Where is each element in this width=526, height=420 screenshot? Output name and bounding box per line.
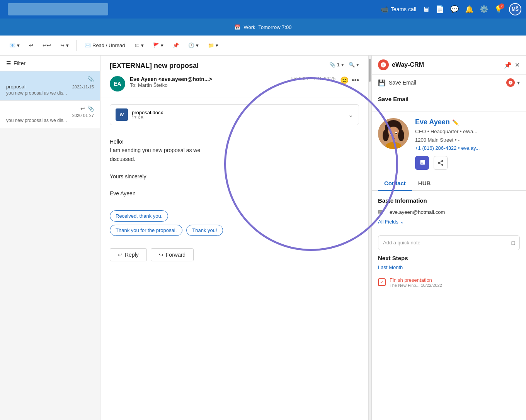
task-check-icon-1: ✓	[380, 279, 384, 285]
filter-bar: ☰ Filter	[0, 56, 100, 71]
flag-icon: 🚩	[153, 42, 159, 48]
lightbulb-icon[interactable]: 💡 2	[494, 5, 503, 14]
attachment-expand-icon[interactable]: ⌄	[348, 111, 353, 119]
email-meta: EA Eve Ayeen <eve.ayeen@hotn...> To: Mar…	[110, 76, 359, 91]
quick-note-placeholder: Add a quick note	[383, 240, 420, 246]
toolbar: 📧 ▾ ↩ ↩↩ ↪ ▾ ✉️ Read / Unread 🏷 ▾ 🚩 ▾ 📌 …	[0, 36, 526, 56]
role-text: CEO	[415, 129, 426, 134]
email-meta-info: Eve Ayeen <eve.ayeen@hotn...> To: Martin…	[130, 76, 285, 88]
contact-photo	[378, 118, 409, 149]
close-panel-icon[interactable]: ✕	[515, 61, 520, 69]
share-icon[interactable]	[434, 156, 448, 170]
calendar-work-label: Work	[243, 24, 255, 30]
settings-icon[interactable]: ⚙️	[480, 5, 488, 14]
teams-icon[interactable]	[415, 156, 429, 170]
email-preview-1: you new proposal as we dis...	[6, 90, 94, 96]
zoom-icon[interactable]: 🔍	[349, 62, 355, 68]
next-steps-title: Next Steps	[378, 255, 520, 261]
email-date-1: 2022-11-15	[72, 85, 94, 89]
undo-icon: ↩	[29, 42, 33, 48]
teams-call-button[interactable]: 📹 Teams call	[381, 6, 416, 13]
tab-hub[interactable]: HUB	[412, 176, 437, 191]
tab-contact[interactable]: Contact	[378, 176, 412, 191]
zoom-dropdown[interactable]: ▾	[356, 62, 359, 68]
bell-icon[interactable]: 🔔	[465, 5, 473, 14]
flag-button[interactable]: 🚩 ▾	[150, 41, 167, 50]
more-options-icon[interactable]: •••	[352, 76, 359, 85]
top-bar: 📹 Teams call 🖥 📄 💬 🔔 ⚙️ 💡 2 MŠ	[0, 0, 526, 19]
svg-point-4	[398, 130, 404, 141]
redo-button[interactable]: ↪ ▾	[57, 41, 72, 50]
redo-dropdown-icon: ▾	[66, 42, 69, 48]
save-email-bar: 💾 Save Email ▾	[372, 75, 526, 91]
quick-reply-2[interactable]: Thank you for the proposal.	[110, 225, 182, 236]
email-header: [EXTERNAL] new proposal 📎 1 ▾ 🔍 ▾ EA Eve…	[100, 56, 368, 98]
email-to: To: Martin Štefko	[130, 82, 285, 88]
read-unread-label: Read / Unread	[92, 42, 125, 48]
reply-button[interactable]: ↩ Reply	[110, 248, 147, 261]
contact-phone-detail: +1 (816) 286-4322 • eve.ay...	[415, 144, 520, 152]
notification-badge: 2	[499, 3, 504, 9]
eway-content: Save Email	[372, 91, 526, 420]
clock-dropdown-icon: ▾	[196, 42, 199, 48]
email-list-item-1[interactable]: 📎 proposal 2022-11-15 you new proposal a…	[0, 71, 100, 101]
move-dropdown-icon: ▾	[216, 42, 218, 48]
task-item-1[interactable]: ✓ Finish presentation The New Finb... 10…	[378, 274, 520, 291]
contact-card: Eve Ayeen ✏️ CEO • Headquarter • eWa... …	[372, 112, 526, 176]
email-content: [EXTERNAL] new proposal 📎 1 ▾ 🔍 ▾ EA Eve…	[100, 56, 368, 420]
emoji-icon[interactable]: 🙂	[340, 76, 349, 85]
new-email-button[interactable]: 📧 ▾	[6, 41, 23, 50]
svg-point-10	[395, 133, 397, 134]
save-dropdown-icon[interactable]: ▾	[517, 80, 520, 86]
address-text: 1200 Main Street	[415, 137, 453, 143]
user-avatar[interactable]: MŠ	[509, 3, 521, 15]
word-icon[interactable]: 📄	[436, 5, 444, 14]
scroll-thumb[interactable]	[369, 59, 371, 82]
attachment-dropdown[interactable]: ▾	[341, 62, 344, 68]
email-title-1: proposal	[6, 84, 26, 90]
attachment-bar[interactable]: W proposal.docx 17 KB ⌄	[110, 104, 359, 125]
clock-icon: 🕐	[188, 42, 194, 48]
divider1	[77, 40, 77, 51]
monitor-icon[interactable]: 🖥	[422, 5, 429, 14]
edit-contact-icon[interactable]: ✏️	[452, 119, 459, 125]
tag-button[interactable]: 🏷 ▾	[131, 41, 147, 50]
read-unread-button[interactable]: ✉️ Read / Unread	[82, 41, 128, 50]
task-checkbox-1[interactable]: ✓	[378, 278, 386, 286]
all-fields-label: All Fields	[378, 219, 398, 225]
clock-button[interactable]: 🕐 ▾	[185, 41, 202, 50]
move-button[interactable]: 📁 ▾	[205, 41, 221, 50]
tag-dropdown-icon: ▾	[141, 42, 144, 48]
email-date-2: 2020-01-27	[72, 113, 94, 118]
email-info-row: ✉ eve.ayeen@hotmail.com	[378, 208, 520, 216]
sender-avatar: EA	[110, 76, 125, 91]
quick-reply-1[interactable]: Received, thank you.	[110, 210, 168, 222]
forward-label: Forward	[166, 252, 186, 258]
sender-name: Eve Ayeen <eve.ayeen@hotn...>	[130, 76, 285, 82]
quick-note-input[interactable]: Add a quick note □	[378, 235, 520, 250]
attachment-info: W proposal.docx 17 KB	[116, 108, 163, 121]
teams-call-label: Teams call	[391, 6, 416, 12]
save-email-label: Save Email	[389, 80, 503, 86]
filter-label: Filter	[14, 60, 26, 66]
all-fields-button[interactable]: All Fields ⌄	[378, 219, 520, 225]
save-email-section: Save Email	[372, 91, 526, 112]
eway-header: eWay-CRM 📌 ✕	[372, 56, 526, 75]
forward-button[interactable]: ↪ Forward	[151, 248, 194, 261]
undo-button[interactable]: ↩	[26, 41, 36, 50]
email-list-item-2[interactable]: ↩ 📎 2020-01-27 you new proposal as we di…	[0, 101, 100, 128]
word-file-icon: W	[116, 108, 128, 121]
tag-icon: 🏷	[134, 42, 140, 48]
pin-window-icon[interactable]: 📌	[504, 61, 512, 69]
eway-tabs: Contact HUB	[372, 176, 526, 191]
attachment-filename: proposal.docx	[132, 110, 163, 115]
undo-all-button[interactable]: ↩↩	[39, 41, 54, 50]
search-bar[interactable]	[8, 3, 108, 15]
quick-reply-row: Thank you for the proposal. Thank you!	[110, 225, 359, 236]
body-line3: discussed.	[110, 155, 359, 163]
reply-icon-2: ↩	[80, 105, 85, 112]
quick-reply-3[interactable]: Thank you!	[186, 225, 223, 236]
pin-button[interactable]: 📌	[170, 41, 182, 50]
comment-icon[interactable]: 💬	[450, 5, 459, 14]
task-date-1: The New Finb... 10/22/2022	[390, 283, 520, 288]
